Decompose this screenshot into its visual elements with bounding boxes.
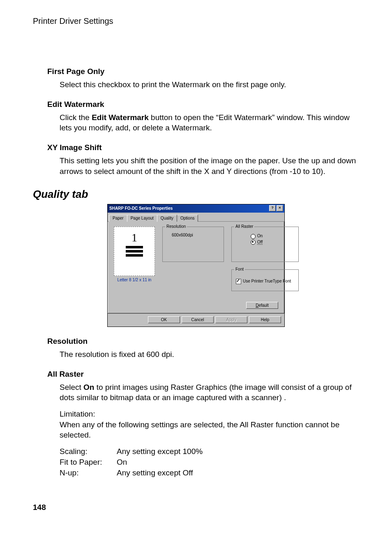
apply-button[interactable]: Apply <box>215 316 247 323</box>
table-row: N-up: Any setting except Off <box>60 468 204 478</box>
cancel-button[interactable]: Cancel <box>182 316 214 323</box>
titlebar-help-button[interactable]: ? <box>269 205 276 211</box>
default-button[interactable]: Default <box>246 302 278 309</box>
titlebar-close-button[interactable]: × <box>277 205 283 211</box>
printer-truetype-label: Use Printer TrueType Font <box>243 279 291 283</box>
page-preview: 1 <box>114 227 155 276</box>
preview-number: 1 <box>131 231 137 244</box>
page-number: 148 <box>33 503 359 512</box>
tab-paper[interactable]: Paper <box>109 215 127 222</box>
table-row: Scaling: Any setting except 100% <box>60 446 204 457</box>
dialog-titlebar: SHARP FO-DC Series Properties ? × <box>108 204 284 213</box>
help-button[interactable]: Help <box>249 316 281 323</box>
font-group: Use Printer TrueType Font <box>231 269 299 291</box>
table-row: Fit to Paper: On <box>60 457 204 468</box>
preview-bar <box>126 254 143 257</box>
edit-watermark-body: Click the Edit Watermark button to open … <box>60 112 359 133</box>
quality-tab-heading: Quality tab <box>33 188 359 201</box>
resolution-heading: Resolution <box>47 337 359 346</box>
all-raster-group: On Off <box>231 227 299 262</box>
tab-page-layout[interactable]: Page Layout <box>127 215 157 222</box>
preview-bar <box>126 246 143 248</box>
first-page-only-body: Select this checkbox to print the Waterm… <box>60 79 359 90</box>
all-raster-body: Select On to print images using Raster G… <box>60 382 359 440</box>
all-raster-off-radio[interactable] <box>251 240 256 245</box>
tab-body: 1 Letter 8 1/2 x 11 in 600x600dpi <box>108 222 284 313</box>
all-raster-off-label: Off <box>257 240 263 245</box>
first-page-only-heading: First Page Only <box>47 67 359 76</box>
edit-watermark-heading: Edit Watermark <box>47 100 359 109</box>
resolution-body: The resolution is fixed at 600 dpi. <box>60 349 359 360</box>
xy-image-shift-heading: XY Image Shift <box>47 143 359 152</box>
dialog-button-row: OK Cancel Apply Help <box>108 313 284 327</box>
tab-strip: Paper Page Layout Quality Options <box>108 213 284 222</box>
all-raster-on-label: On <box>257 234 263 238</box>
ok-button[interactable]: OK <box>148 316 180 323</box>
cell-value: On <box>117 457 204 468</box>
printer-truetype-checkbox[interactable] <box>236 279 241 284</box>
cell-label: N-up: <box>60 468 117 478</box>
dialog-title: SHARP FO-DC Series Properties <box>109 206 268 211</box>
cell-value: Any setting except Off <box>117 468 204 478</box>
resolution-value: 600x600dpi <box>167 233 219 237</box>
xy-image-shift-body: This setting lets you shift the position… <box>60 155 359 176</box>
all-raster-on-radio[interactable] <box>251 234 256 239</box>
preview-caption: Letter 8 1/2 x 11 in <box>114 278 155 282</box>
running-head: Printer Driver Settings <box>33 16 359 26</box>
cell-value: Any setting except 100% <box>117 446 204 457</box>
cell-label: Scaling: <box>60 446 117 457</box>
properties-dialog: SHARP FO-DC Series Properties ? × Paper … <box>107 204 285 327</box>
all-raster-heading: All Raster <box>47 370 359 379</box>
cell-label: Fit to Paper: <box>60 457 117 468</box>
tab-quality[interactable]: Quality <box>157 215 177 222</box>
tab-options[interactable]: Options <box>177 215 198 222</box>
preview-bar <box>126 250 143 253</box>
resolution-group: 600x600dpi <box>162 227 224 262</box>
limitation-table: Scaling: Any setting except 100% Fit to … <box>60 446 204 478</box>
